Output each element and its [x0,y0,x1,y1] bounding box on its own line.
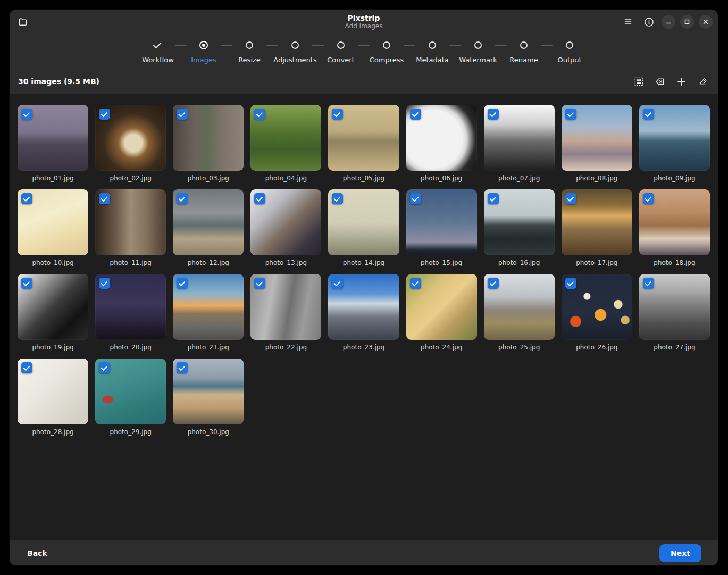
image-thumbnail[interactable] [484,105,555,171]
image-checkbox-checked[interactable] [21,278,32,289]
image-checkbox-checked[interactable] [99,278,110,289]
image-filename: photo_29.jpg [95,427,166,437]
image-checkbox-checked[interactable] [254,109,265,120]
image-checkbox-checked[interactable] [643,193,654,204]
image-thumbnail[interactable] [639,274,710,340]
image-cell: photo_27.jpg [639,274,710,352]
image-checkbox-checked[interactable] [332,278,343,289]
image-thumbnail[interactable] [173,189,244,255]
about-button[interactable] [641,14,657,30]
image-checkbox-checked[interactable] [565,109,576,120]
image-filename: photo_23.jpg [328,343,399,352]
image-thumbnail[interactable] [95,105,166,171]
image-checkbox-checked[interactable] [177,362,188,373]
image-checkbox-checked[interactable] [21,193,32,204]
image-cell: photo_16.jpg [484,189,555,268]
image-checkbox-checked[interactable] [488,278,499,289]
open-folder-button[interactable] [15,14,31,30]
image-checkbox-checked[interactable] [254,193,265,204]
minimize-button[interactable] [662,15,675,29]
image-checkbox-checked[interactable] [488,109,499,120]
image-checkbox-checked[interactable] [99,109,110,120]
image-thumbnail[interactable] [562,274,632,340]
image-filename: photo_16.jpg [484,258,555,268]
image-thumbnail[interactable] [18,359,88,424]
image-checkbox-checked[interactable] [643,109,654,120]
image-filename: photo_30.jpg [173,427,244,437]
image-thumbnail[interactable] [95,359,166,424]
image-checkbox-checked[interactable] [21,362,32,373]
image-thumbnail[interactable] [18,105,88,171]
checkmark-icon [334,110,341,117]
image-thumbnail[interactable] [406,274,477,340]
select-all-button[interactable] [631,73,647,89]
clear-all-button[interactable] [694,73,710,89]
image-checkbox-checked[interactable] [565,278,576,289]
image-thumbnail[interactable] [173,274,244,340]
image-checkbox-checked[interactable] [21,109,32,120]
image-thumbnail[interactable] [95,274,166,340]
image-thumbnail[interactable] [250,189,321,255]
image-thumbnail[interactable] [562,105,632,171]
image-checkbox-checked[interactable] [99,193,110,204]
image-thumbnail[interactable] [484,274,555,340]
step-label: Output [557,56,581,64]
image-thumbnail[interactable] [562,189,632,255]
image-thumbnail[interactable] [484,189,555,255]
step-output[interactable]: Output [542,40,597,64]
image-checkbox-checked[interactable] [332,193,343,204]
window-title: Pixstrip [348,14,380,22]
desktop-background: Pixstrip Add Images [0,0,728,575]
window-subtitle: Add Images [345,22,383,30]
image-thumbnail[interactable] [328,274,399,340]
close-button[interactable] [699,15,713,29]
image-checkbox-checked[interactable] [488,193,499,204]
image-checkbox-checked[interactable] [410,278,421,289]
image-thumbnail[interactable] [328,189,399,255]
image-checkbox-checked[interactable] [177,109,188,120]
add-images-button[interactable] [673,73,689,89]
image-thumbnail[interactable] [250,274,321,340]
image-thumbnail[interactable] [18,274,88,340]
image-checkbox-checked[interactable] [410,193,421,204]
checkmark-icon [489,195,496,202]
image-filename: photo_18.jpg [639,258,710,268]
checkmark-icon [489,110,496,117]
back-button[interactable]: Back [26,545,48,562]
image-thumbnail[interactable] [639,105,710,171]
image-grid: photo_01.jpg photo_02.jpg photo_03.jpg [18,105,710,437]
image-thumbnail[interactable] [173,359,244,424]
checkmark-icon [23,364,30,371]
image-thumbnail[interactable] [328,105,399,171]
image-thumbnail[interactable] [406,105,477,171]
image-thumbnail[interactable] [95,189,166,255]
image-filename: photo_27.jpg [639,343,710,352]
folder-icon [18,17,28,27]
maximize-button[interactable] [680,15,694,29]
image-checkbox-checked[interactable] [254,278,265,289]
image-cell: photo_28.jpg [18,359,88,437]
image-thumbnail[interactable] [639,189,710,255]
checkmark-icon [567,279,574,286]
select-all-icon [634,77,643,86]
image-checkbox-checked[interactable] [643,278,654,289]
image-thumbnail[interactable] [173,105,244,171]
step-label: Images [191,56,216,64]
image-checkbox-checked[interactable] [565,193,576,204]
main-menu-button[interactable] [620,14,636,30]
image-checkbox-checked[interactable] [177,193,188,204]
image-cell: photo_24.jpg [406,274,477,352]
remove-selected-button[interactable] [652,73,668,89]
image-filename: photo_04.jpg [250,173,321,183]
image-checkbox-checked[interactable] [99,362,110,373]
image-filename: photo_10.jpg [18,258,88,268]
image-thumbnail[interactable] [18,189,88,255]
next-button[interactable]: Next [659,544,701,562]
image-checkbox-checked[interactable] [332,109,343,120]
header-bar: Pixstrip Add Images [10,10,718,34]
image-filename: photo_21.jpg [173,343,244,352]
image-checkbox-checked[interactable] [410,109,421,120]
image-thumbnail[interactable] [406,189,477,255]
image-checkbox-checked[interactable] [177,278,188,289]
image-thumbnail[interactable] [250,105,321,171]
